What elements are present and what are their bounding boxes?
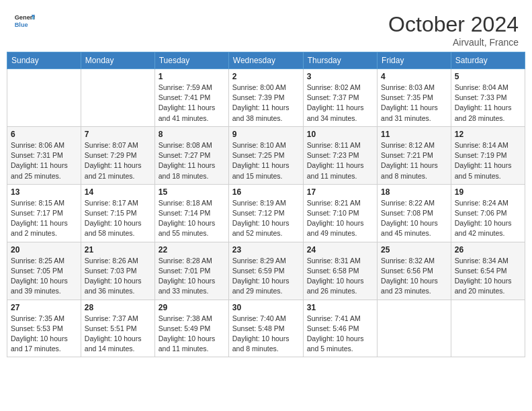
weekday-header: Tuesday [154,52,228,69]
day-info: Sunrise: 8:25 AMSunset: 7:05 PMDaylight:… [11,256,77,297]
day-info: Sunrise: 8:11 AMSunset: 7:23 PMDaylight:… [307,140,373,181]
day-number: 16 [232,187,300,197]
calendar-cell: 31Sunrise: 7:41 AMSunset: 5:46 PMDayligh… [303,300,377,357]
weekday-header-row: SundayMondayTuesdayWednesdayThursdayFrid… [7,52,525,69]
calendar-cell: 30Sunrise: 7:40 AMSunset: 5:48 PMDayligh… [228,300,303,357]
day-number: 6 [11,130,77,139]
day-number: 27 [11,303,77,312]
day-info: Sunrise: 8:06 AMSunset: 7:31 PMDaylight:… [11,140,77,181]
day-info: Sunrise: 8:29 AMSunset: 6:59 PMDaylight:… [232,256,300,297]
month-title: October 2024 [388,12,519,37]
day-number: 1 [159,72,225,81]
weekday-header: Sunday [7,52,81,69]
calendar-cell [378,300,451,357]
day-info: Sunrise: 8:34 AMSunset: 6:54 PMDaylight:… [455,256,521,297]
calendar-cell: 17Sunrise: 8:21 AMSunset: 7:10 PMDayligh… [303,184,377,242]
calendar-cell: 3Sunrise: 8:02 AMSunset: 7:37 PMDaylight… [303,69,377,127]
calendar-cell [7,69,81,127]
day-info: Sunrise: 8:14 AMSunset: 7:19 PMDaylight:… [455,140,521,181]
logo-icon: General Blue [13,12,35,31]
day-info: Sunrise: 8:08 AMSunset: 7:27 PMDaylight:… [159,140,225,181]
weekday-header: Friday [378,52,451,69]
day-number: 2 [232,72,300,81]
day-info: Sunrise: 8:19 AMSunset: 7:12 PMDaylight:… [232,198,300,239]
page-header: General Blue October 2024 Airvault, Fran… [7,7,525,52]
calendar-cell [451,300,525,357]
day-info: Sunrise: 7:40 AMSunset: 5:48 PMDaylight:… [232,314,300,355]
day-number: 10 [307,130,373,139]
calendar-cell: 19Sunrise: 8:24 AMSunset: 7:06 PMDayligh… [451,184,525,242]
calendar-cell [81,69,154,127]
day-number: 18 [381,187,447,197]
day-info: Sunrise: 7:37 AMSunset: 5:51 PMDaylight:… [85,314,151,355]
day-info: Sunrise: 7:35 AMSunset: 5:53 PMDaylight:… [11,314,77,355]
calendar-cell: 24Sunrise: 8:31 AMSunset: 6:58 PMDayligh… [303,242,377,300]
day-number: 23 [232,245,300,255]
calendar-cell: 15Sunrise: 8:18 AMSunset: 7:14 PMDayligh… [154,184,228,242]
weekday-header: Wednesday [228,52,303,69]
calendar-cell: 13Sunrise: 8:15 AMSunset: 7:17 PMDayligh… [7,184,81,242]
calendar-cell: 11Sunrise: 8:12 AMSunset: 7:21 PMDayligh… [378,126,451,184]
calendar-cell: 8Sunrise: 8:08 AMSunset: 7:27 PMDaylight… [154,126,228,184]
calendar-cell: 9Sunrise: 8:10 AMSunset: 7:25 PMDaylight… [228,126,303,184]
day-number: 4 [381,72,447,81]
calendar-week-row: 27Sunrise: 7:35 AMSunset: 5:53 PMDayligh… [7,300,525,357]
day-number: 14 [85,187,151,197]
svg-text:Blue: Blue [15,21,28,28]
day-info: Sunrise: 8:26 AMSunset: 7:03 PMDaylight:… [85,256,151,297]
day-number: 7 [85,130,151,139]
calendar-cell: 2Sunrise: 8:00 AMSunset: 7:39 PMDaylight… [228,69,303,127]
calendar-cell: 20Sunrise: 8:25 AMSunset: 7:05 PMDayligh… [7,242,81,300]
day-number: 11 [381,130,447,139]
day-number: 21 [85,245,151,255]
day-number: 28 [85,303,151,312]
day-number: 31 [307,303,373,312]
day-info: Sunrise: 7:38 AMSunset: 5:49 PMDaylight:… [159,314,225,355]
calendar-cell: 5Sunrise: 8:04 AMSunset: 7:33 PMDaylight… [451,69,525,127]
calendar-cell: 23Sunrise: 8:29 AMSunset: 6:59 PMDayligh… [228,242,303,300]
day-number: 26 [455,245,521,255]
calendar-cell: 29Sunrise: 7:38 AMSunset: 5:49 PMDayligh… [154,300,228,357]
calendar-cell: 1Sunrise: 7:59 AMSunset: 7:41 PMDaylight… [154,69,228,127]
day-info: Sunrise: 8:04 AMSunset: 7:33 PMDaylight:… [455,83,521,124]
location: Airvault, France [388,37,519,48]
calendar-cell: 26Sunrise: 8:34 AMSunset: 6:54 PMDayligh… [451,242,525,300]
day-number: 30 [232,303,300,312]
calendar-cell: 25Sunrise: 8:32 AMSunset: 6:56 PMDayligh… [378,242,451,300]
calendar-cell: 22Sunrise: 8:28 AMSunset: 7:01 PMDayligh… [154,242,228,300]
day-info: Sunrise: 7:59 AMSunset: 7:41 PMDaylight:… [159,83,225,124]
calendar-cell: 21Sunrise: 8:26 AMSunset: 7:03 PMDayligh… [81,242,154,300]
day-info: Sunrise: 8:02 AMSunset: 7:37 PMDaylight:… [307,83,373,124]
day-number: 19 [455,187,521,197]
day-number: 12 [455,130,521,139]
day-info: Sunrise: 8:22 AMSunset: 7:08 PMDaylight:… [381,198,447,239]
weekday-header: Monday [81,52,154,69]
day-info: Sunrise: 8:12 AMSunset: 7:21 PMDaylight:… [381,140,447,181]
day-number: 24 [307,245,373,255]
day-info: Sunrise: 8:28 AMSunset: 7:01 PMDaylight:… [159,256,225,297]
day-info: Sunrise: 8:31 AMSunset: 6:58 PMDaylight:… [307,256,373,297]
calendar-cell: 10Sunrise: 8:11 AMSunset: 7:23 PMDayligh… [303,126,377,184]
weekday-header: Thursday [303,52,377,69]
day-info: Sunrise: 8:10 AMSunset: 7:25 PMDaylight:… [232,140,300,181]
calendar-cell: 18Sunrise: 8:22 AMSunset: 7:08 PMDayligh… [378,184,451,242]
day-info: Sunrise: 8:18 AMSunset: 7:14 PMDaylight:… [159,198,225,239]
calendar-cell: 27Sunrise: 7:35 AMSunset: 5:53 PMDayligh… [7,300,81,357]
day-number: 8 [159,130,225,139]
day-info: Sunrise: 8:21 AMSunset: 7:10 PMDaylight:… [307,198,373,239]
day-number: 15 [159,187,225,197]
title-section: October 2024 Airvault, France [388,12,519,48]
calendar-cell: 4Sunrise: 8:03 AMSunset: 7:35 PMDaylight… [378,69,451,127]
calendar-cell: 7Sunrise: 8:07 AMSunset: 7:29 PMDaylight… [81,126,154,184]
calendar-cell: 12Sunrise: 8:14 AMSunset: 7:19 PMDayligh… [451,126,525,184]
logo: General Blue [13,12,35,31]
calendar-week-row: 6Sunrise: 8:06 AMSunset: 7:31 PMDaylight… [7,126,525,184]
day-number: 13 [11,187,77,197]
day-info: Sunrise: 8:32 AMSunset: 6:56 PMDaylight:… [381,256,447,297]
day-number: 25 [381,245,447,255]
day-number: 3 [307,72,373,81]
calendar-cell: 16Sunrise: 8:19 AMSunset: 7:12 PMDayligh… [228,184,303,242]
day-info: Sunrise: 8:07 AMSunset: 7:29 PMDaylight:… [85,140,151,181]
day-info: Sunrise: 8:17 AMSunset: 7:15 PMDaylight:… [85,198,151,239]
calendar-cell: 6Sunrise: 8:06 AMSunset: 7:31 PMDaylight… [7,126,81,184]
